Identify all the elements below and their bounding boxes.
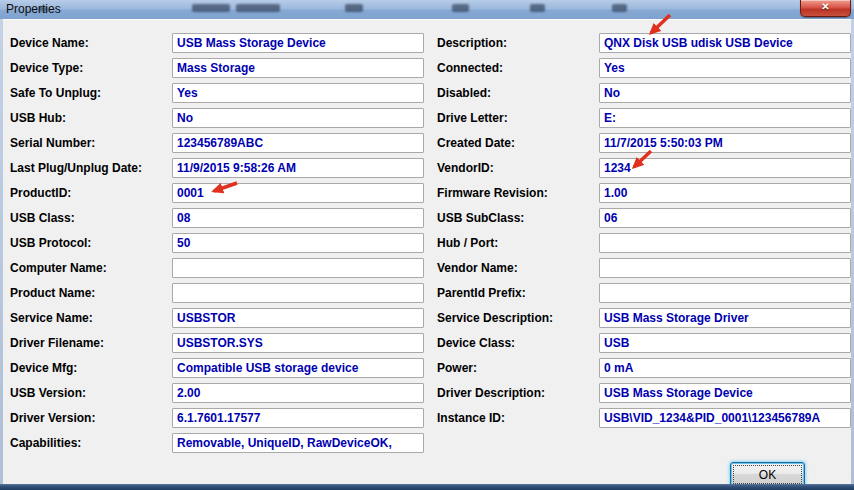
- field-value-box[interactable]: USBSTOR: [172, 308, 424, 328]
- property-row: Vendor Name:: [437, 258, 851, 283]
- property-row: Last Plug/Unplug Date:11/9/2015 9:58:26 …: [10, 158, 424, 183]
- field-label: Serial Number:: [10, 133, 170, 153]
- properties-window: Properties ✕ Device Name:USB Mass Storag…: [0, 0, 854, 490]
- property-row: Device Type:Mass Storage: [10, 58, 424, 83]
- field-value: USB Mass Storage Device: [173, 34, 423, 51]
- property-row: USB SubClass:06: [437, 208, 851, 233]
- left-column: Device Name:USB Mass Storage DeviceDevic…: [10, 33, 424, 458]
- field-value-box[interactable]: USB: [599, 333, 851, 353]
- field-value-box[interactable]: USB Mass Storage Device: [599, 383, 851, 403]
- field-value: USB Mass Storage Device: [600, 384, 850, 401]
- titlebar-ghost-text: [192, 4, 230, 12]
- field-value-box[interactable]: 6.1.7601.17577: [172, 408, 424, 428]
- field-value-box[interactable]: [172, 258, 424, 278]
- field-value: E:: [600, 109, 850, 126]
- field-value: USB: [600, 334, 850, 351]
- field-value: [600, 259, 850, 260]
- field-value-box[interactable]: Yes: [599, 58, 851, 78]
- property-row: Service Description:USB Mass Storage Dri…: [437, 308, 851, 333]
- field-value: USB\VID_1234&PID_0001\123456789A: [600, 409, 850, 426]
- property-row: Disabled:No: [437, 83, 851, 108]
- field-value-box[interactable]: [599, 283, 851, 303]
- property-row: Capabilities:Removable, UniqueID, RawDev…: [10, 433, 424, 458]
- property-row: Service Name:USBSTOR: [10, 308, 424, 333]
- field-value-box[interactable]: [599, 233, 851, 253]
- property-row: Instance ID:USB\VID_1234&PID_0001\123456…: [437, 408, 851, 433]
- field-value-box[interactable]: 0001: [172, 183, 424, 203]
- property-row: Device Class:USB: [437, 333, 851, 358]
- field-label: Service Name:: [10, 308, 170, 328]
- field-value: 11/7/2015 5:50:03 PM: [600, 134, 850, 151]
- field-value-box[interactable]: [172, 283, 424, 303]
- close-button[interactable]: ✕: [800, 0, 851, 17]
- field-label: Disabled:: [437, 83, 597, 103]
- field-value-box[interactable]: 2.00: [172, 383, 424, 403]
- property-row: ProductID:0001: [10, 183, 424, 208]
- field-label: Hub / Port:: [437, 233, 597, 253]
- field-value: USBSTOR.SYS: [173, 334, 423, 351]
- field-value-box[interactable]: E:: [599, 108, 851, 128]
- field-value: 1234: [600, 159, 850, 176]
- property-row: Device Mfg:Compatible USB storage device: [10, 358, 424, 383]
- field-label: Driver Filename:: [10, 333, 170, 353]
- field-label: Device Type:: [10, 58, 170, 78]
- field-label: USB Protocol:: [10, 233, 170, 253]
- field-value: Mass Storage: [173, 59, 423, 76]
- field-value: [600, 234, 850, 235]
- titlebar-ghost-text: [612, 4, 627, 12]
- titlebar-ghost-text: [345, 4, 363, 12]
- titlebar-ghost-text: [38, 7, 48, 11]
- field-label: Device Class:: [437, 333, 597, 353]
- field-label: Drive Letter:: [437, 108, 597, 128]
- field-value-box[interactable]: Yes: [172, 83, 424, 103]
- field-value-box[interactable]: 08: [172, 208, 424, 228]
- field-value-box[interactable]: [599, 258, 851, 278]
- field-label: ParentId Prefix:: [437, 283, 597, 303]
- property-row: USB Version:2.00: [10, 383, 424, 408]
- field-value: 0001: [173, 184, 423, 201]
- field-value: 1.00: [600, 184, 850, 201]
- field-value-box[interactable]: USBSTOR.SYS: [172, 333, 424, 353]
- property-row: USB Hub:No: [10, 108, 424, 133]
- field-value: No: [600, 84, 850, 101]
- field-value-box[interactable]: 06: [599, 208, 851, 228]
- field-value-box[interactable]: USB Mass Storage Driver: [599, 308, 851, 328]
- titlebar[interactable]: Properties ✕: [0, 0, 854, 20]
- field-value-box[interactable]: 0 mA: [599, 358, 851, 378]
- field-value-box[interactable]: Compatible USB storage device: [172, 358, 424, 378]
- field-value-box[interactable]: 123456789ABC: [172, 133, 424, 153]
- field-label: Firmware Revision:: [437, 183, 597, 203]
- property-row: Drive Letter:E:: [437, 108, 851, 133]
- field-value-box[interactable]: Mass Storage: [172, 58, 424, 78]
- field-value-box[interactable]: USB Mass Storage Device: [172, 33, 424, 53]
- field-value: 06: [600, 209, 850, 226]
- property-row: ParentId Prefix:: [437, 283, 851, 308]
- field-value: 11/9/2015 9:58:26 AM: [173, 159, 423, 176]
- field-value: No: [173, 109, 423, 126]
- field-value: [173, 284, 423, 285]
- property-row: Power:0 mA: [437, 358, 851, 383]
- field-label: Driver Version:: [10, 408, 170, 428]
- field-label: ProductID:: [10, 183, 170, 203]
- field-value-box[interactable]: 50: [172, 233, 424, 253]
- field-label: Description:: [437, 33, 597, 53]
- field-value-box[interactable]: 11/7/2015 5:50:03 PM: [599, 133, 851, 153]
- property-row: Device Name:USB Mass Storage Device: [10, 33, 424, 58]
- field-value-box[interactable]: QNX Disk USB udisk USB Device: [599, 33, 851, 53]
- field-value: 2.00: [173, 384, 423, 401]
- property-row: Firmware Revision:1.00: [437, 183, 851, 208]
- field-value: USBSTOR: [173, 309, 423, 326]
- field-value-box[interactable]: 1.00: [599, 183, 851, 203]
- field-label: Power:: [437, 358, 597, 378]
- field-value-box[interactable]: No: [599, 83, 851, 103]
- field-value-box[interactable]: 1234: [599, 158, 851, 178]
- field-label: VendorID:: [437, 158, 597, 178]
- property-row: Safe To Unplug:Yes: [10, 83, 424, 108]
- field-value-box[interactable]: 11/9/2015 9:58:26 AM: [172, 158, 424, 178]
- field-value-box[interactable]: No: [172, 108, 424, 128]
- field-value-box[interactable]: USB\VID_1234&PID_0001\123456789A: [599, 408, 851, 428]
- field-value-box[interactable]: Removable, UniqueID, RawDeviceOK,: [172, 433, 424, 453]
- field-label: Device Name:: [10, 33, 170, 53]
- field-value: [600, 284, 850, 285]
- titlebar-ghost-text: [236, 4, 280, 12]
